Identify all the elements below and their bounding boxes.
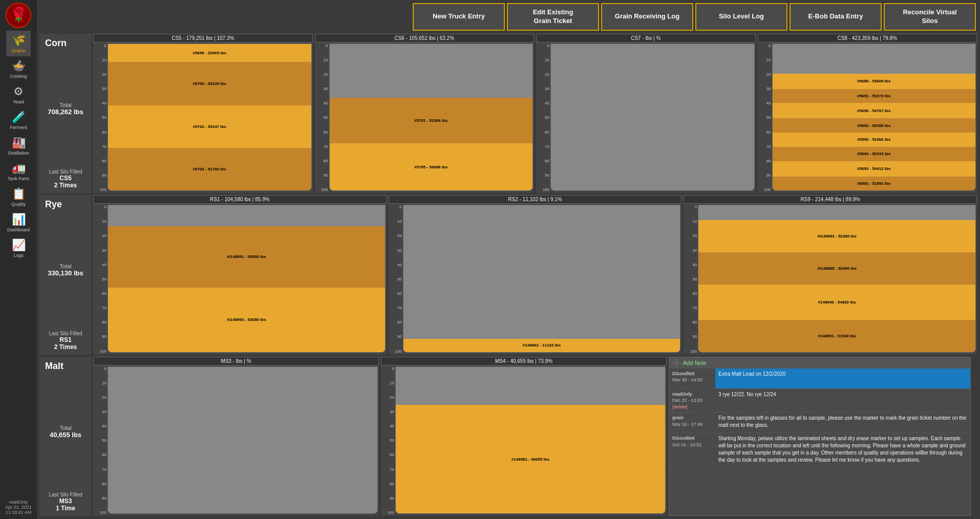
logo: 🌹 [5, 2, 32, 29]
silo-segment: #5694 - 52333 lbs [773, 147, 976, 161]
silo-segment: #l148895 - 52400 lbs [698, 252, 975, 285]
silo-fill-layer: #5705 - 54086 lbs#5701 - 51566 lbs [330, 98, 533, 190]
cooking-icon: 🍲 [12, 59, 26, 73]
svg-text:🌹: 🌹 [10, 6, 28, 23]
silo-chart: 1009080706050403020100#8591 - 51991 lbs#… [758, 42, 977, 193]
sidebar-item-cooking-label: Cooking [10, 74, 27, 79]
note-meta: readOnlyDec 22 - 13:03[delete] [669, 389, 715, 413]
silo-y-axis: 1009080706050403020100 [381, 365, 395, 516]
malt-total-label: Total [50, 425, 81, 431]
silo-y-axis: 1009080706050403020100 [758, 42, 772, 193]
sidebar-item-quality-label: Quality [11, 202, 26, 207]
add-note-label[interactable]: Add Note [683, 360, 707, 366]
new-truck-button[interactable]: New Truck Entry [413, 3, 505, 31]
notes-header: ➕ Add Note [669, 357, 970, 369]
note-content: Extra Malt Load on 12/2/2020 [715, 369, 970, 388]
silo-log-button[interactable]: Silo Level Log [695, 3, 787, 31]
silo-wrapper: MS4 - 40,655 lbs | 73.9%1009080706050403… [381, 357, 667, 516]
malt-silos: MS3 - lbs | %1009080706050403020100MS4 -… [93, 357, 667, 516]
sidebar-item-tankfarm[interactable]: 🚛 Tank Farm [6, 159, 31, 184]
sidebar-item-dashboard[interactable]: 📊 Dashboard [6, 210, 31, 235]
sidebar-item-distillation-label: Distillation [8, 150, 29, 156]
sidebar-item-ferment[interactable]: 🧪 Ferment [6, 107, 31, 133]
corn-total: 708,262 lbs [48, 108, 83, 116]
rye-info: Rye Total 330,130 lbs Last Silo Filled R… [40, 195, 91, 354]
silo-visual: #5703 - 51700 lbs#5702 - 52247 lbs#5700 … [108, 44, 312, 191]
silo-fill-layer: #148581 - 40655 lbs [396, 405, 665, 513]
rye-total-label: Total [48, 263, 83, 269]
silo-visual: #5705 - 54086 lbs#5701 - 51566 lbs [329, 44, 534, 191]
main-content: New Truck Entry Edit Existing Grain Tick… [37, 0, 980, 519]
corn-info: Corn Total 708,262 lbs Last Silo Filled … [40, 34, 91, 193]
silo-wrapper: MS3 - lbs | %1009080706050403020100 [93, 357, 379, 516]
silo-header: RS1 - 104,580 lbs | 85.9% [93, 195, 387, 204]
sidebar-item-distillation[interactable]: 🏭 Distillation [6, 133, 31, 159]
silo-wrapper: RS2 - 11,102 lbs | 9.1%10090807060504030… [389, 195, 682, 354]
silo-y-axis: 1009080706050403020100 [684, 204, 698, 354]
sidebar-item-logs[interactable]: 📈 Logs [6, 235, 31, 261]
silo-wrapper: RS1 - 104,580 lbs | 85.9%100908070605040… [93, 195, 387, 354]
silo-fill-layer: #148662 - 11102 lbs [403, 339, 680, 352]
notes-list: DGoodlettNov 30 - 14:02Extra Malt Load o… [669, 369, 970, 515]
silo-header: CS8 - 423,359 lbs | 79.8% [758, 34, 977, 42]
silo-segment: #8591 - 51991 lbs [773, 177, 976, 191]
silo-segment: #5693 - 54412 lbs [773, 161, 976, 177]
silo-visual: #148951 - 51540 lbs#148946 - 54820 lbs#l… [698, 205, 976, 352]
sidebar-item-dashboard-label: Dashboard [7, 227, 30, 232]
malt-title: Malt [42, 361, 63, 372]
note-meta: DGoodlettNov 30 - 14:02 [669, 369, 715, 388]
dashboard-icon: 📊 [12, 213, 26, 226]
silo-visual: #148662 - 11102 lbs [403, 205, 681, 352]
corn-total-label: Total [48, 102, 83, 108]
silo-wrapper: CS8 - 423,359 lbs | 79.8%100908070605040… [758, 34, 977, 193]
corn-last-times: 2 Times [49, 182, 82, 189]
silo-segment: #5691 - 51973 lbs [773, 89, 976, 103]
malt-last-silo: MS3 [49, 498, 82, 505]
note-content: For the samples left in glasses for all … [715, 413, 970, 432]
edit-grain-button[interactable]: Edit Existing Grain Ticket [507, 3, 599, 31]
sidebar-item-grains[interactable]: 🌾 Grains [6, 31, 31, 56]
silo-segment: #5689 - 53609 lbs [773, 74, 976, 89]
silo-header: RS9 - 214,448 lbs | 89.9% [684, 195, 977, 204]
silo-visual: #l148993 - 53680 lbs#l148991 - 50900 lbs [108, 205, 386, 352]
silo-y-axis: 1009080706050403020100 [315, 42, 329, 193]
silo-visual [550, 44, 755, 191]
note-meta: grainNov 16 - 17:49 [669, 413, 715, 432]
silo-segment: #5699 - 22065 lbs [108, 44, 311, 62]
silo-y-axis: 1009080706050403020100 [389, 204, 403, 354]
silo-y-axis: 1009080706050403020100 [93, 365, 108, 516]
ferment-icon: 🧪 [12, 111, 26, 124]
ebob-button[interactable]: E-Bob Data Entry [790, 3, 882, 31]
silo-segment: #0590 - 51966 lbs [773, 133, 976, 147]
malt-total: 40,655 lbs [50, 431, 81, 439]
sidebar: 🌹 🌾 Grains 🍲 Cooking ⚙ Yeast 🧪 Ferment 🏭… [0, 0, 37, 519]
sidebar-username: readOnly [1, 500, 36, 505]
silo-wrapper: CS5 - 179,251 lbs | 107.3%10090807060504… [93, 34, 313, 193]
silo-header: RS2 - 11,102 lbs | 9.1% [389, 195, 682, 204]
note-item: DGoodlettOct 15 - 10:52Starting Monday, … [669, 433, 970, 466]
rye-last-times: 2 Times [49, 343, 82, 351]
silo-chart: 1009080706050403020100#148951 - 51540 lb… [684, 204, 977, 354]
delete-note-button[interactable]: [delete] [672, 404, 688, 409]
silo-segment: #5703 - 51700 lbs [108, 148, 311, 190]
note-item: grainNov 16 - 17:49For the samples left … [669, 413, 970, 433]
silo-segment: #5700 - 53239 lbs [108, 62, 311, 105]
silo-y-axis: 1009080706050403020100 [536, 42, 550, 193]
reconcile-button[interactable]: Reconcile Virtual Silos [884, 3, 976, 31]
silo-fill-layer: #8591 - 51991 lbs#5693 - 54412 lbs#5694 … [773, 74, 976, 191]
rye-silos: RS1 - 104,580 lbs | 85.9%100908070605040… [93, 195, 977, 354]
silo-chart: 1009080706050403020100#148581 - 40655 lb… [381, 365, 667, 516]
sidebar-item-yeast[interactable]: ⚙ Yeast [6, 82, 31, 107]
silo-chart: 1009080706050403020100#5705 - 54086 lbs#… [315, 42, 535, 193]
add-note-icon: ➕ [672, 359, 681, 367]
silo-visual [108, 366, 378, 514]
silo-y-axis: 1009080706050403020100 [93, 204, 108, 354]
note-item: DGoodlettNov 30 - 14:02Extra Malt Load o… [669, 369, 970, 389]
sidebar-item-cooking[interactable]: 🍲 Cooking [6, 56, 31, 82]
silo-segment: #l148991 - 50900 lbs [108, 226, 385, 288]
malt-last-times: 1 Time [49, 505, 82, 512]
grain-log-button[interactable]: Grain Receiving Log [601, 3, 693, 31]
silo-segment: #148662 - 11102 lbs [403, 339, 680, 352]
grain-sections: Corn Total 708,262 lbs Last Silo Filled … [37, 34, 980, 519]
sidebar-item-quality[interactable]: 📋 Quality [6, 184, 31, 210]
